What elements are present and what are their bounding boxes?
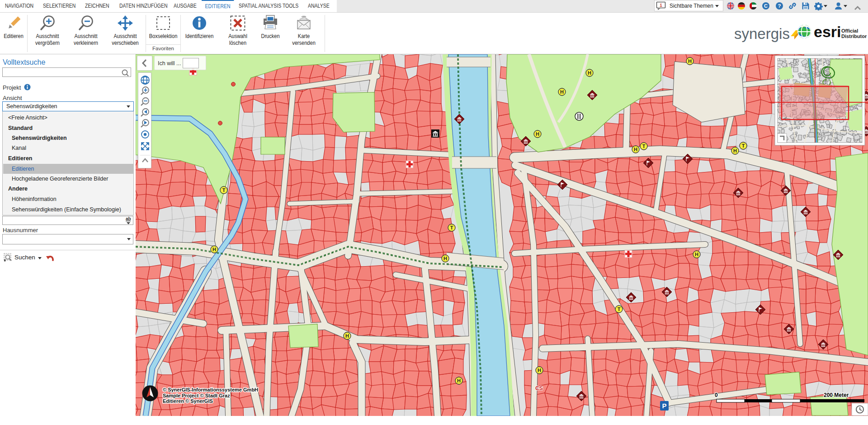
svg-text:esri: esri [814, 23, 841, 40]
svg-text:Editieren © SynerGIS: Editieren © SynerGIS [163, 398, 213, 404]
svg-text:C: C [764, 3, 768, 9]
svg-text:ab: ab [126, 216, 131, 221]
svg-text:T: T [618, 306, 621, 312]
svg-text:H: H [695, 252, 698, 257]
svg-text:Distributor: Distributor [841, 33, 867, 39]
svg-text:i: i [660, 3, 662, 8]
svg-text:H: H [733, 148, 737, 153]
svg-text:T: T [742, 143, 745, 148]
svg-text:H: H [443, 256, 447, 261]
svg-text:H: H [688, 58, 692, 64]
svg-text:T: T [642, 143, 646, 149]
svg-text:synergis: synergis [734, 25, 790, 42]
svg-text:200 Meter: 200 Meter [824, 392, 849, 398]
svg-text:H: H [345, 333, 349, 339]
svg-text:H: H [538, 368, 541, 373]
svg-text:Official: Official [841, 28, 858, 33]
svg-text:H: H [588, 70, 591, 76]
svg-text:?: ? [778, 3, 781, 9]
svg-text:T: T [450, 225, 453, 230]
svg-text:H: H [457, 378, 461, 383]
svg-text:0: 0 [715, 392, 718, 398]
svg-text:T: T [222, 187, 226, 193]
svg-text:H: H [634, 147, 637, 152]
svg-text:P: P [662, 402, 666, 410]
svg-text:H: H [560, 89, 564, 95]
svg-text:Sample Project © Stadt Graz: Sample Project © Stadt Graz [163, 393, 230, 398]
svg-text:H: H [212, 247, 216, 252]
svg-text:© SynerGIS-Informationssysteme: © SynerGIS-Informationssysteme GmbH [163, 387, 258, 392]
svg-text:H: H [536, 131, 539, 137]
svg-text:CS: CS [535, 385, 543, 392]
